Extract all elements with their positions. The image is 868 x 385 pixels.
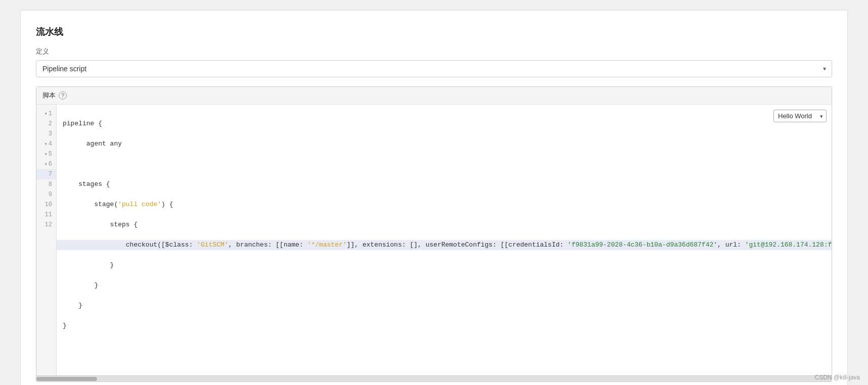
line-number-4: ▾4: [36, 139, 56, 149]
line-number-2: 2: [36, 119, 56, 129]
code-line-4: stages {: [63, 179, 832, 189]
main-card: 流水线 定义 Pipeline scriptPipeline script fr…: [20, 10, 848, 385]
line-number-6: ▾6: [36, 159, 56, 169]
scrollbar-thumb[interactable]: [36, 377, 97, 381]
line-number-12: 12: [36, 220, 56, 230]
code-line-2: agent any: [63, 139, 832, 149]
line-number-7: 7: [36, 169, 56, 179]
hw-select-container: Hello World ▾: [773, 110, 827, 122]
definition-label: 定义: [36, 47, 832, 56]
code-line-7: checkout([$class: 'GitSCM', branches: [[…: [57, 240, 832, 250]
fold-icon-6: ▾: [44, 161, 48, 167]
code-line-12: [63, 341, 832, 351]
code-line-5: stage('pull code') {: [63, 200, 832, 210]
page-title: 流水线: [36, 26, 832, 38]
code-line-6: steps {: [63, 220, 832, 230]
line-number-1: ▾1: [36, 109, 56, 119]
code-line-8: }: [63, 260, 832, 270]
hello-world-select[interactable]: Hello World: [773, 110, 827, 122]
page-wrapper: 流水线 定义 Pipeline scriptPipeline script fr…: [0, 0, 868, 385]
line-number-5: ▾5: [36, 149, 56, 159]
code-line-1: pipeline {: [63, 119, 832, 129]
script-header: 脚本 ?: [36, 87, 832, 105]
code-line-3: [63, 159, 832, 169]
code-line-10: }: [63, 301, 832, 311]
line-number-10: 10: [36, 200, 56, 210]
code-line-9: }: [63, 280, 832, 291]
help-icon[interactable]: ?: [59, 91, 67, 100]
fold-icon-1: ▾: [44, 111, 48, 117]
line-number-8: 8: [36, 179, 56, 189]
script-panel: 脚本 ? Hello World ▾ ▾1 2 3 ▾4 ▾5: [36, 86, 832, 382]
footer-text: CSDN @kill-java: [814, 374, 860, 381]
line-numbers: ▾1 2 3 ▾4 ▾5 ▾6 7 8 9 10 11 12: [36, 105, 57, 375]
script-label: 脚本: [42, 91, 56, 100]
code-editor: ▾1 2 3 ▾4 ▾5 ▾6 7 8 9 10 11 12 pipeline …: [36, 105, 832, 375]
fold-icon-4: ▾: [44, 141, 48, 147]
hello-world-dropdown-wrapper: Hello World ▾: [773, 110, 827, 122]
line-number-11: 11: [36, 210, 56, 220]
code-area: Hello World ▾ ▾1 2 3 ▾4 ▾5 ▾6 7 8 9: [36, 105, 832, 381]
line-number-9: 9: [36, 189, 56, 200]
code-line-11: }: [63, 321, 832, 331]
code-content: pipeline { agent any stages { stage('pul…: [57, 105, 832, 375]
horizontal-scrollbar[interactable]: [36, 375, 832, 381]
line-number-3: 3: [36, 129, 56, 139]
pipeline-select[interactable]: Pipeline scriptPipeline script from SCM: [36, 60, 832, 77]
pipeline-select-wrapper: Pipeline scriptPipeline script from SCM …: [36, 60, 832, 77]
fold-icon-5: ▾: [44, 151, 48, 157]
